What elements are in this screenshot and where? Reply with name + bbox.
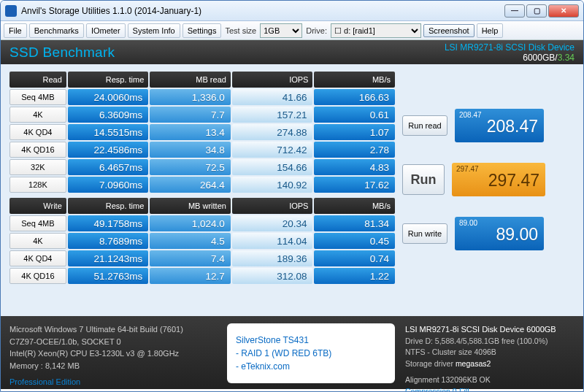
row-label[interactable]: Seq 4MB: [9, 215, 66, 231]
menu-systeminfo[interactable]: System Info: [128, 23, 180, 38]
menu-file[interactable]: File: [4, 23, 27, 38]
cell-mbs: 4.83: [314, 159, 395, 175]
mb-line: C7Z97-OCEE/1.0b, SOCKET 0: [9, 336, 217, 348]
note-line3: - eTeknix.com: [236, 360, 386, 373]
screenshot-button[interactable]: Screenshot: [423, 24, 474, 37]
cell-mbs: 1.07: [314, 124, 395, 140]
close-button[interactable]: ✕: [548, 4, 579, 18]
menu-help[interactable]: Help: [477, 23, 504, 38]
storage-driver: Storage driver megasas2: [405, 358, 575, 370]
cell-iops: 712.42: [232, 142, 313, 158]
cell-iops: 154.66: [232, 159, 313, 175]
col-resp: Resp. time: [68, 72, 149, 88]
read-table: Read Resp. time MB read IOPS MB/s Seq 4M…: [8, 70, 396, 194]
row-label[interactable]: 128K: [9, 177, 66, 193]
cell-iops: 114.04: [232, 233, 313, 249]
table-row: 4K QD414.5515ms13.4274.881.07: [9, 124, 395, 140]
cell-mb: 7.4: [150, 250, 231, 266]
read-score: 208.47 208.47: [455, 109, 544, 142]
note-line1: SilverStone TS431: [236, 334, 386, 347]
content-area: Read Resp. time MB read IOPS MB/s Seq 4M…: [1, 64, 583, 316]
write-table: Write Resp. time MB written IOPS MB/s Se…: [8, 196, 396, 285]
col-mbread: MB read: [150, 72, 231, 88]
menubar: File Benchmarks IOmeter System Info Sett…: [1, 21, 583, 40]
col-mbs: MB/s: [314, 198, 395, 214]
cell-mbs: 0.45: [314, 233, 395, 249]
banner-device-info: LSI MR9271-8i SCSI Disk Device 6000GB/3.…: [445, 42, 575, 63]
read-score-mini: 208.47: [459, 111, 482, 119]
table-row: 4K QD421.1243ms7.4189.360.74: [9, 250, 395, 266]
titlebar: Anvil's Storage Utilities 1.1.0 (2014-Ja…: [1, 1, 583, 21]
cell-mb: 264.4: [150, 177, 231, 193]
drive-free: Drive D: 5,588.4/5,588.1GB free (100.0%): [405, 336, 575, 347]
cell-mbs: 0.74: [314, 250, 395, 266]
mem-line: Memory : 8,142 MB: [9, 360, 217, 372]
col-resp: Resp. time: [68, 198, 149, 214]
table-row: 32K6.4657ms72.5154.664.83: [9, 159, 395, 175]
banner: SSD Benchmark LSI MR9271-8i SCSI Disk De…: [1, 40, 583, 64]
cell-mb: 1,336.0: [150, 89, 231, 105]
drive-name: LSI MR9271-8i SCSI Disk Device 6000GB: [405, 323, 575, 336]
edition-label: Professional Edition: [9, 376, 217, 388]
menu-settings[interactable]: Settings: [182, 23, 222, 38]
run-read-button[interactable]: Run read: [402, 115, 447, 136]
compression-link[interactable]: Compression 0-Fill: [405, 386, 575, 393]
testsize-label: Test size: [223, 26, 258, 35]
menu-benchmarks[interactable]: Benchmarks: [29, 23, 84, 38]
alignment: Alignment 132096KB OK: [405, 374, 575, 386]
row-label[interactable]: 4K: [9, 107, 66, 123]
device-name: LSI MR9271-8i SCSI Disk Device: [445, 42, 575, 53]
cell-resp: 6.4657ms: [68, 159, 149, 175]
cell-mbs: 2.78: [314, 142, 395, 158]
testsize-select[interactable]: 1GB: [260, 23, 302, 38]
footer-note: SilverStone TS431 - RAID 1 (WD RED 6TB) …: [227, 323, 395, 383]
cell-resp: 51.2763ms: [68, 268, 149, 284]
cell-mb: 7.7: [150, 107, 231, 123]
table-row: 128K7.0960ms264.4140.9217.62: [9, 177, 395, 193]
cell-mb: 12.7: [150, 268, 231, 284]
table-row: 4K8.7689ms4.5114.040.45: [9, 233, 395, 249]
cell-iops: 20.34: [232, 215, 313, 231]
cell-iops: 312.08: [232, 268, 313, 284]
tables: Read Resp. time MB read IOPS MB/s Seq 4M…: [8, 70, 396, 313]
row-label[interactable]: 4K: [9, 233, 66, 249]
menu-iometer[interactable]: IOmeter: [86, 23, 126, 38]
row-label[interactable]: 4K QD16: [9, 268, 66, 284]
row-label[interactable]: 4K QD4: [9, 124, 66, 140]
table-row: 4K QD1622.4586ms34.8712.422.78: [9, 142, 395, 158]
cell-mbs: 1.22: [314, 268, 395, 284]
cell-resp: 14.5515ms: [68, 124, 149, 140]
cell-resp: 22.4586ms: [68, 142, 149, 158]
row-label[interactable]: 4K QD4: [9, 250, 66, 266]
total-score: 297.47 297.47: [452, 163, 545, 196]
drive-label: Drive:: [304, 26, 328, 35]
row-label[interactable]: Seq 4MB: [9, 89, 66, 105]
run-button[interactable]: Run: [402, 164, 445, 195]
run-write-button[interactable]: Run write: [402, 223, 447, 244]
maximize-button[interactable]: ▢: [526, 4, 547, 18]
cell-mb: 13.4: [150, 124, 231, 140]
app-icon: [5, 5, 17, 17]
cell-mb: 72.5: [150, 159, 231, 175]
cell-mbs: 81.34: [314, 215, 395, 231]
table-row: 4K QD1651.2763ms12.7312.081.22: [9, 268, 395, 284]
cell-mbs: 166.63: [314, 89, 395, 105]
col-mbwritten: MB written: [150, 198, 231, 214]
right-column: Run read 208.47 208.47 Run 297.47 297.47…: [402, 70, 576, 313]
cpu-line: Intel(R) Xeon(R) CPU E3-1230L v3 @ 1.80G…: [9, 347, 217, 360]
cell-resp: 21.1243ms: [68, 250, 149, 266]
cell-mb: 34.8: [150, 142, 231, 158]
row-label[interactable]: 4K QD16: [9, 142, 66, 158]
window-title: Anvil's Storage Utilities 1.1.0 (2014-Ja…: [21, 6, 504, 16]
row-label[interactable]: 32K: [9, 159, 66, 175]
footer: Microsoft Windows 7 Ultimate 64-bit Buil…: [1, 316, 583, 389]
cell-resp: 7.0960ms: [68, 177, 149, 193]
device-capacity: 6000GB/: [523, 53, 557, 63]
drive-select[interactable]: ☐ d: [raid1]: [331, 23, 421, 38]
os-line: Microsoft Windows 7 Ultimate 64-bit Buil…: [9, 323, 217, 336]
cell-mbs: 17.62: [314, 177, 395, 193]
cell-mbs: 0.61: [314, 107, 395, 123]
cell-iops: 157.21: [232, 107, 313, 123]
minimize-button[interactable]: —: [504, 4, 525, 18]
cell-resp: 6.3609ms: [68, 107, 149, 123]
